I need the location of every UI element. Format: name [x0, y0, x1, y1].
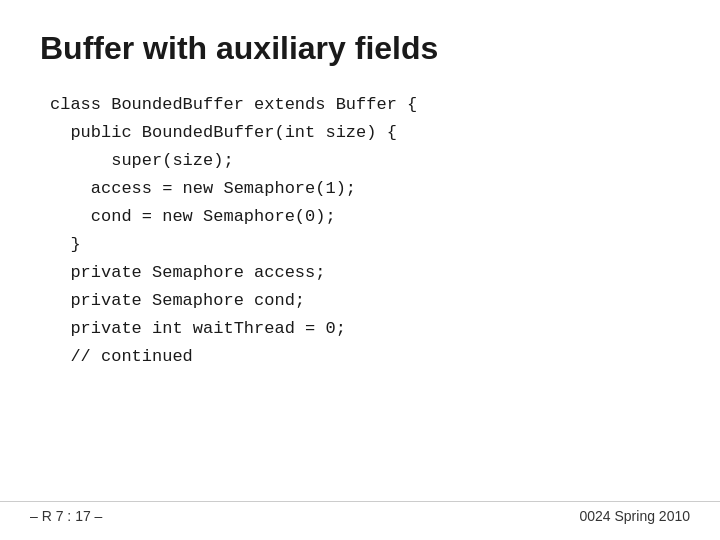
code-line-4: access = new Semaphore(1); [50, 175, 680, 203]
footer-slide-number: – R 7 : 17 – [30, 508, 102, 524]
code-line-2: public BoundedBuffer(int size) { [50, 119, 680, 147]
code-line-3: super(size); [50, 147, 680, 175]
code-line-8: private Semaphore cond; [50, 287, 680, 315]
slide-footer: – R 7 : 17 – 0024 Spring 2010 [30, 508, 690, 524]
code-line-1: class BoundedBuffer extends Buffer { [50, 91, 680, 119]
slide-title: Buffer with auxiliary fields [40, 30, 680, 67]
code-line-9: private int waitThread = 0; [50, 315, 680, 343]
slide: Buffer with auxiliary fields class Bound… [0, 0, 720, 540]
footer-course-info: 0024 Spring 2010 [579, 508, 690, 524]
code-line-6: } [50, 231, 680, 259]
code-block: class BoundedBuffer extends Buffer { pub… [40, 91, 680, 371]
code-line-5: cond = new Semaphore(0); [50, 203, 680, 231]
code-line-7: private Semaphore access; [50, 259, 680, 287]
footer-divider [0, 501, 720, 502]
code-line-10: // continued [50, 343, 680, 371]
